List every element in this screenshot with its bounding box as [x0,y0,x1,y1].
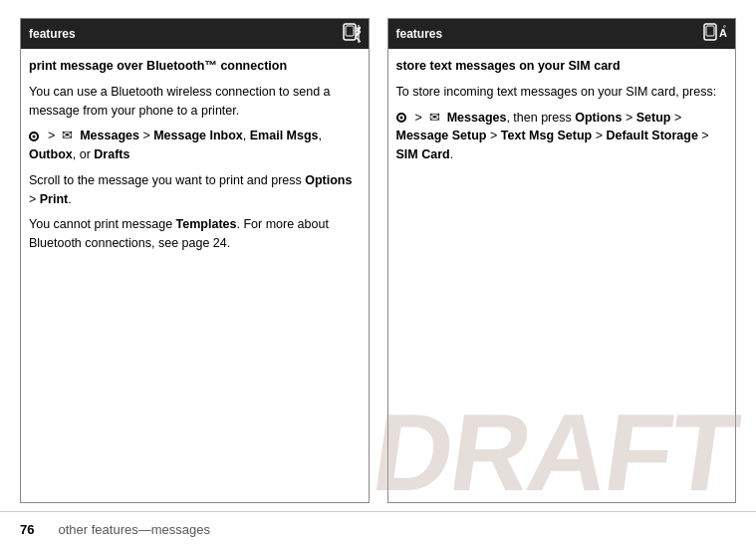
sim-card-icon: A ° [703,23,727,45]
card-left-title: print message over Bluetooth™ connection [29,57,361,76]
card-right-title-text: store text messages on your SIM card [396,59,621,73]
card-left: features print message over [20,18,370,503]
card-left-header-label: features [29,27,76,41]
sim-svg: A ° [703,23,727,45]
card-left-para1: You can use a Bluetooth wireless connect… [29,83,361,121]
card-left-header: features [21,19,369,49]
page-container: features print message over [0,0,756,545]
svg-text:°: ° [723,25,726,32]
bluetooth-svg [343,23,361,45]
card-right-para1: To store incoming text messages on your … [396,83,728,102]
footer-text: other features—messages [58,522,209,537]
card-left-body: print message over Bluetooth™ connection… [21,49,369,502]
svg-rect-5 [706,26,714,36]
card-left-para2: > ✉ Messages > Message Inbox, Email Msgs… [29,127,361,164]
card-right-title: store text messages on your SIM card [396,57,728,76]
card-left-para4: You cannot print message Templates. For … [29,215,361,253]
card-right-header-label: features [396,27,443,41]
footer: 76 other features—messages [0,511,756,545]
main-content: features print message over [0,0,756,503]
card-right-header: features A ° [388,19,736,49]
card-left-para3: Scroll to the message you want to print … [29,171,361,209]
envelope-icon-right: ✉ [429,111,440,125]
card-right: features A ° store text messages on your… [387,18,737,503]
card-left-title-text: print message over Bluetooth™ connection [29,59,287,73]
card-right-para2: > ✉ Messages, then press Options > Setup… [396,109,728,164]
card-right-body: store text messages on your SIM card To … [388,49,736,502]
svg-rect-1 [346,26,354,36]
nav-dot-icon [29,132,39,141]
envelope-icon-left: ✉ [62,129,73,142]
page-number: 76 [20,522,34,537]
bluetooth-icon [343,23,361,45]
nav-dot-icon-right [396,113,406,123]
